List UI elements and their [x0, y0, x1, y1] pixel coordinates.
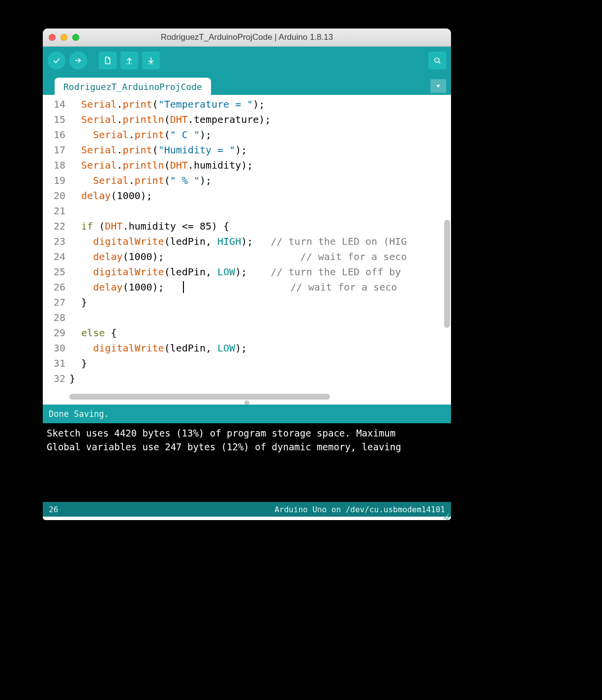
line-number: 25	[43, 264, 65, 280]
verify-button[interactable]	[48, 52, 65, 69]
svg-line-6	[438, 61, 440, 63]
svg-point-7	[437, 60, 438, 61]
code-line[interactable]: else {	[69, 325, 451, 341]
code-line[interactable]: }	[69, 295, 451, 310]
code-line[interactable]: digitalWrite(ledPin, HIGH); // turn the …	[69, 234, 451, 249]
minimize-window-button[interactable]	[60, 34, 67, 41]
code-line[interactable]: delay(1000); // wait for a seco	[69, 280, 451, 295]
close-window-button[interactable]	[49, 34, 56, 41]
resize-grip[interactable]	[442, 511, 449, 518]
arrow-right-icon	[74, 56, 83, 65]
toolbar	[43, 47, 451, 74]
code-editor[interactable]: 14151617181920212223242526272829303132 S…	[43, 95, 451, 392]
serial-monitor-button[interactable]	[428, 52, 446, 69]
code-line[interactable]: if (DHT.humidity <= 85) {	[69, 219, 451, 234]
code-line[interactable]: }	[69, 356, 451, 371]
code-line[interactable]	[69, 310, 451, 325]
code-line[interactable]: }	[69, 371, 451, 386]
arrow-up-icon	[125, 56, 134, 65]
file-icon	[103, 56, 112, 65]
code-line[interactable]: delay(1000); // wait for a seco	[69, 249, 451, 264]
line-number: 15	[43, 112, 65, 127]
status-message: Done Saving.	[49, 409, 109, 419]
tab-sketch[interactable]: RodriguezT_ArduinoProjCode	[55, 78, 211, 95]
line-number: 20	[43, 188, 65, 204]
line-number: 32	[43, 371, 65, 386]
check-icon	[52, 56, 61, 65]
line-number: 17	[43, 143, 65, 158]
line-number-gutter: 14151617181920212223242526272829303132	[43, 95, 69, 392]
line-number: 16	[43, 127, 65, 143]
arrow-down-icon	[147, 56, 155, 65]
vertical-scrollbar-thumb[interactable]	[444, 220, 450, 328]
window-title: RodriguezT_ArduinoProjCode | Arduino 1.8…	[43, 32, 451, 42]
code-line[interactable]: Serial.print(" C ");	[69, 127, 451, 143]
code-line[interactable]: Serial.println(DHT.humidity);	[69, 158, 451, 173]
horizontal-scrollbar[interactable]	[43, 392, 451, 405]
tab-bar: RodriguezT_ArduinoProjCode	[43, 74, 451, 95]
code-line[interactable]: Serial.println(DHT.temperature);	[69, 112, 451, 127]
line-number: 14	[43, 97, 65, 112]
line-number: 23	[43, 234, 65, 249]
line-number: 31	[43, 356, 65, 371]
horizontal-scrollbar-thumb[interactable]	[69, 394, 330, 400]
line-number: 27	[43, 295, 65, 310]
titlebar[interactable]: RodriguezT_ArduinoProjCode | Arduino 1.8…	[43, 29, 451, 47]
code-line[interactable]: Serial.print("Humidity = ");	[69, 143, 451, 158]
line-number: 22	[43, 219, 65, 234]
serial-monitor-icon	[433, 56, 442, 65]
chevron-down-icon	[435, 83, 442, 89]
split-handle[interactable]	[244, 401, 249, 405]
footer-bar: 26 Arduino Uno on /dev/cu.usbmodem14101	[43, 502, 451, 517]
line-number: 28	[43, 310, 65, 325]
board-port-info: Arduino Uno on /dev/cu.usbmodem14101	[274, 505, 445, 514]
code-line[interactable]: Serial.print(" % ");	[69, 173, 451, 188]
zoom-window-button[interactable]	[72, 34, 79, 41]
save-sketch-button[interactable]	[142, 52, 160, 69]
console-output[interactable]: Sketch uses 4420 bytes (13%) of program …	[43, 423, 451, 502]
status-bar: Done Saving.	[43, 405, 451, 423]
svg-marker-8	[436, 85, 440, 88]
line-number: 18	[43, 158, 65, 173]
code-area[interactable]: Serial.print("Temperature = "); Serial.p…	[69, 95, 451, 392]
line-number: 26	[43, 280, 65, 295]
line-number: 29	[43, 325, 65, 341]
window-controls	[49, 34, 79, 41]
code-line[interactable]: digitalWrite(ledPin, LOW); // turn the L…	[69, 264, 451, 280]
text-cursor	[183, 281, 184, 293]
new-sketch-button[interactable]	[99, 52, 117, 69]
cursor-line-number: 26	[49, 505, 58, 514]
line-number: 21	[43, 204, 65, 219]
code-line[interactable]: delay(1000);	[69, 188, 451, 204]
line-number: 24	[43, 249, 65, 264]
code-line[interactable]: digitalWrite(ledPin, LOW);	[69, 341, 451, 356]
line-number: 19	[43, 173, 65, 188]
tab-menu-button[interactable]	[430, 79, 446, 93]
code-line[interactable]	[69, 204, 451, 219]
app-window: RodriguezT_ArduinoProjCode | Arduino 1.8…	[43, 29, 451, 520]
code-line[interactable]: Serial.print("Temperature = ");	[69, 97, 451, 112]
line-number: 30	[43, 341, 65, 356]
upload-button[interactable]	[69, 52, 87, 69]
open-sketch-button[interactable]	[120, 52, 138, 69]
